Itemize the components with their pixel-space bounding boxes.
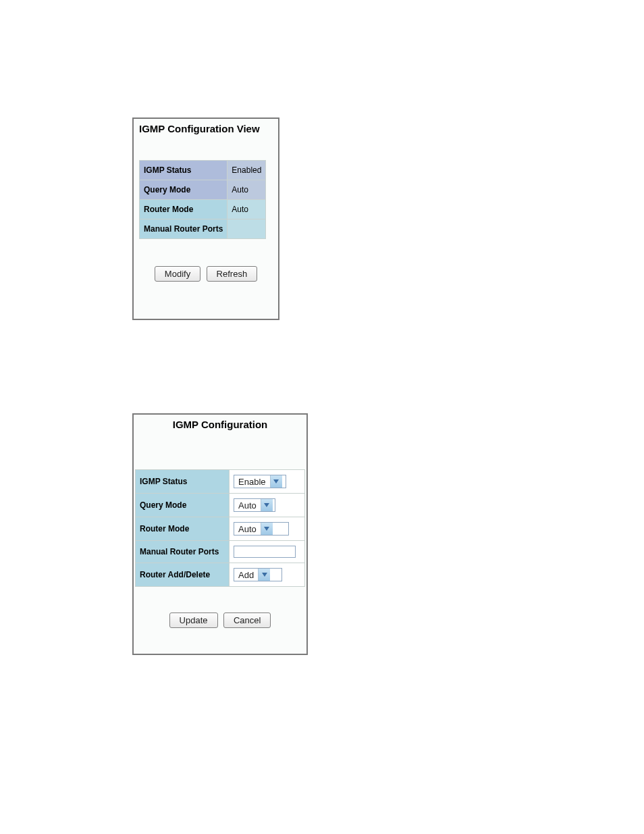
select-value: Add	[234, 570, 258, 580]
router-mode-select[interactable]: Auto	[234, 522, 289, 536]
row-label-router-add-delete: Router Add/Delete	[136, 563, 230, 587]
chevron-down-icon	[270, 475, 282, 488]
select-value: Auto	[234, 500, 261, 511]
row-value-query-mode: Auto	[227, 180, 266, 200]
cancel-button[interactable]: Cancel	[223, 613, 271, 628]
select-value: Enable	[234, 477, 269, 487]
row-label-query-mode: Query Mode	[136, 494, 230, 517]
igmp-status-select[interactable]: Enable	[234, 475, 286, 488]
row-label-manual-router-ports: Manual Router Ports	[140, 219, 227, 239]
edit-table: IGMP Status Enable Query Mode Auto	[135, 469, 305, 587]
row-control-router-add-delete: Add	[230, 563, 305, 587]
row-label-router-mode: Router Mode	[136, 517, 230, 541]
row-value-manual-router-ports	[227, 219, 266, 239]
update-button[interactable]: Update	[169, 613, 218, 628]
select-value: Auto	[234, 524, 261, 534]
router-add-delete-select[interactable]: Add	[234, 568, 282, 581]
button-row: Update Cancel	[134, 587, 306, 633]
row-control-igmp-status: Enable	[230, 470, 305, 494]
igmp-configuration-edit-panel: IGMP Configuration IGMP Status Enable Qu…	[132, 413, 308, 655]
row-value-igmp-status: Enabled	[227, 161, 266, 180]
row-control-router-mode: Auto	[230, 517, 305, 541]
spacer	[134, 137, 278, 160]
view-table: IGMP Status Enabled Query Mode Auto Rout…	[139, 160, 266, 239]
igmp-configuration-view-panel: IGMP Configuration View IGMP Status Enab…	[132, 118, 279, 320]
chevron-down-icon	[261, 499, 273, 511]
spacer	[134, 433, 306, 469]
panel-title: IGMP Configuration	[134, 415, 306, 433]
row-value-router-mode: Auto	[227, 200, 266, 219]
row-control-query-mode: Auto	[230, 494, 305, 517]
row-label-query-mode: Query Mode	[140, 180, 227, 200]
row-control-manual-router-ports	[230, 541, 305, 563]
row-label-igmp-status: IGMP Status	[140, 161, 227, 180]
panel-title: IGMP Configuration View	[134, 119, 278, 137]
refresh-button[interactable]: Refresh	[207, 266, 258, 282]
modify-button[interactable]: Modify	[155, 266, 200, 282]
button-row: Modify Refresh	[134, 239, 278, 287]
row-label-manual-router-ports: Manual Router Ports	[136, 541, 230, 563]
manual-router-ports-input[interactable]	[234, 546, 296, 558]
query-mode-select[interactable]: Auto	[234, 498, 275, 512]
row-label-router-mode: Router Mode	[140, 200, 227, 219]
row-label-igmp-status: IGMP Status	[136, 470, 230, 494]
chevron-down-icon	[261, 523, 273, 535]
chevron-down-icon	[258, 569, 270, 581]
